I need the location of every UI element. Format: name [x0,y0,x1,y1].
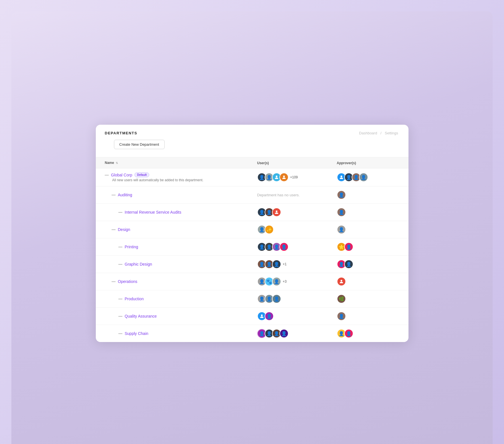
dept-name-link[interactable]: Graphic Design [125,262,152,266]
table-row: — Design 👤 ✨ 👤 [96,221,408,238]
users-cell: 👤 [257,312,337,321]
svg-point-3 [276,210,277,212]
table-row: — Auditing Department has no users. 👤 [96,186,408,204]
dept-subtitle: All new users will automatically be adde… [105,178,257,182]
approvers-cell [337,277,399,286]
table-row: — Quality Assurance 👤 👤 [96,308,408,325]
dept-name-link[interactable]: Operations [118,279,137,284]
avatar-count: +1 [283,262,287,266]
collapse-icon[interactable]: — [119,297,123,301]
svg-point-1 [283,176,285,177]
dept-name-link[interactable]: Production [125,297,144,301]
collapse-icon[interactable]: — [112,193,116,197]
users-cell: 👤 👤 👤 👤 [257,242,337,251]
users-cell: 👤 👤 +109 [257,173,337,182]
table-row: — Printing 👤 👤 👤 👤 ⭐ 👤 [96,238,408,256]
page-title: DEPARTMENTS [105,131,137,135]
dept-name-link[interactable]: Auditing [118,193,132,197]
dept-name-link[interactable]: Printing [125,245,138,249]
col-name-label: Name [105,161,114,165]
dept-name-link[interactable]: Supply Chain [125,331,148,336]
table-row: — Production 👤 👤 👤 🌿 [96,290,408,308]
col-users-label: User(s) [257,161,269,165]
users-cell: 👤 👤 [257,208,337,217]
collapse-icon[interactable]: — [119,331,123,336]
approvers-cell: 👤 👤 [337,329,399,338]
approvers-cell: 👤 👤 👤 [337,173,399,182]
no-users-label: Department has no users. [257,193,300,197]
dept-name-link[interactable]: Design [118,227,130,232]
svg-point-5 [261,314,263,316]
approvers-cell: 👤 [337,208,399,217]
users-cell: 👤 👤 👤 👤 [257,329,337,338]
breadcrumb: Dashboard / Settings [358,131,399,135]
dept-name-link[interactable]: Quality Assurance [125,314,157,318]
svg-point-0 [276,176,277,177]
approvers-cell: 👤 [337,312,399,321]
avatar-count: +3 [283,280,287,284]
users-cell: 👤 ✨ [257,225,337,234]
table-row: — Supply Chain 👤 👤 👤 👤 👤 👤 [96,325,408,342]
svg-point-4 [341,280,342,282]
approvers-cell: 👤 👤 [337,260,399,269]
create-department-button[interactable]: Create New Department [114,140,165,149]
avatar-count: +109 [290,175,298,179]
users-cell: 👤 👤 👤 [257,294,337,303]
collapse-icon[interactable]: — [105,173,109,177]
collapse-icon[interactable]: — [119,210,123,214]
dept-name-link[interactable]: Global Corp [111,173,132,177]
approvers-cell: 👤 [337,225,399,234]
table-header: Name ⇅ User(s) Approver(s) [96,157,408,168]
collapse-icon[interactable]: — [119,245,123,249]
collapse-icon[interactable]: — [112,227,116,232]
approvers-cell: 👤 [337,190,399,199]
table-row: — Internal Revenue Service Audits 👤 👤 👤 [96,204,408,221]
approvers-cell: 🌿 [337,294,399,303]
dept-name-link[interactable]: Internal Revenue Service Audits [125,210,181,214]
sort-icon[interactable]: ⇅ [116,161,118,164]
users-cell: Department has no users. [257,193,337,197]
collapse-icon[interactable]: — [119,314,123,318]
default-badge: Default [134,172,149,177]
approvers-cell: ⭐ 👤 [337,242,399,251]
col-approvers-label: Approver(s) [337,161,356,165]
users-cell: 👤 👤 👤 +1 [257,260,337,269]
table-row: — Graphic Design 👤 👤 👤 +1 👤 👤 [96,256,408,273]
table-row: — Global Corp Default All new users will… [96,168,408,186]
collapse-icon[interactable]: — [112,279,116,284]
collapse-icon[interactable]: — [119,262,123,266]
users-cell: 👤 🐾 👤 +3 [257,277,337,286]
svg-point-2 [341,176,342,177]
table-row: — Operations 👤 🐾 👤 +3 [96,273,408,290]
